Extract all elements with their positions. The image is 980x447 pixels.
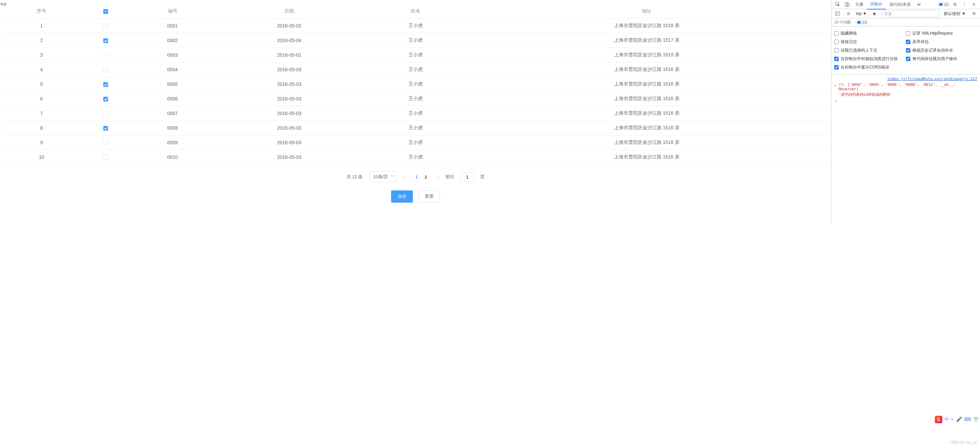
data-table: 序号 编号 日期 姓名 地址 1 0001 2016-05-02 王小虎 上海市…	[3, 4, 828, 165]
live-expression-icon[interactable]: ◉	[872, 11, 877, 16]
console-output: index.js??clonedRule…=script&lang=js:127…	[832, 74, 980, 224]
cell-address: 上海市普陀区金沙江路 1516 弄	[466, 150, 828, 165]
col-date: 日期	[213, 4, 365, 19]
log-level-select[interactable]: 默认级别 ▼	[942, 10, 968, 17]
expand-icon[interactable]: ▸	[834, 83, 837, 87]
cell-id: 0009	[132, 135, 213, 150]
cell-id: 0010	[132, 150, 213, 165]
filter-input[interactable]: 过滤	[882, 10, 940, 17]
row-checkbox[interactable]	[103, 141, 108, 145]
col-address: 地址	[466, 4, 828, 19]
device-icon[interactable]	[845, 2, 850, 7]
main-content: 书签 序号 编号 日期 姓名 地址 1 0001 2016-05-02 王小虎 …	[0, 0, 831, 224]
context-select[interactable]: top ▼	[854, 11, 868, 16]
console-settings: 隐藏网络 保留日志 仅限已选择的上下文 在控制台中对相似消息进行分组 在控制台中…	[832, 27, 980, 74]
jump-suffix: 页	[480, 174, 485, 180]
cell-date: 2016-05-03	[213, 92, 365, 106]
console-toolbar: ⊘ top ▼ ◉ 过滤 默认级别 ▼ ⚙	[832, 9, 980, 18]
cell-index: 7	[3, 106, 80, 121]
table-row: 4 0004 2016-05-03 王小虎 上海市普陀区金沙江路 1516 弄	[3, 62, 828, 77]
table-row: 3 0003 2016-05-01 王小虎 上海市普陀区金沙江路 1519 弄	[3, 48, 828, 62]
setting-selected-context[interactable]: 仅限已选择的上下文	[834, 46, 906, 55]
next-page-button[interactable]: ›	[434, 173, 442, 181]
cell-name: 王小虎	[365, 19, 466, 33]
row-checkbox[interactable]	[103, 53, 108, 58]
prev-page-button[interactable]: ‹	[401, 173, 408, 181]
cell-address: 上海市普陀区金沙江路 1516 弄	[466, 62, 828, 77]
row-checkbox[interactable]	[103, 111, 108, 116]
row-checkbox[interactable]	[103, 126, 108, 131]
setting-hide-network[interactable]: 隐藏网络	[834, 29, 906, 38]
issues-label: 13 个问题:	[834, 20, 851, 25]
jump-prefix: 前往	[445, 174, 454, 180]
cell-id: 0002	[132, 33, 213, 48]
cell-address: 上海市普陀区金沙江路 1519 弄	[466, 48, 828, 62]
cell-index: 2	[3, 33, 80, 48]
source-file-link[interactable]: index.js??clonedRule…=script&lang=js:127	[887, 77, 977, 81]
table-row: 6 0006 2016-05-03 王小虎 上海市普陀区金沙江路 1516 弄	[3, 92, 828, 106]
cell-index: 10	[3, 150, 80, 165]
clear-console-icon[interactable]: ⊘	[846, 11, 851, 16]
cell-date: 2016-05-03	[213, 106, 365, 121]
kebab-icon[interactable]: ⋮	[962, 2, 967, 7]
row-checkbox[interactable]	[103, 68, 108, 72]
cell-date: 2016-05-01	[213, 48, 365, 62]
cell-id: 0008	[132, 121, 213, 135]
console-prompt[interactable]: ›	[832, 97, 980, 105]
select-all-checkbox[interactable]	[103, 9, 108, 14]
devtools-panel: 元素 控制台 源代码/来源 ≫ 13 ⚙ ⋮ ✕ ⊘ top ▼ ◉ 过滤 默认…	[831, 0, 980, 224]
cell-address: 上海市普陀区金沙江路 1517 弄	[466, 33, 828, 48]
setting-log-xhr[interactable]: 记录 XMLHttpRequest	[906, 29, 978, 38]
row-checkbox[interactable]	[103, 155, 108, 160]
page-size-select[interactable]: 10条/页	[369, 171, 396, 182]
page-number[interactable]: 2	[421, 173, 430, 181]
cell-name: 王小虎	[365, 150, 466, 165]
cell-address: 上海市普陀区金沙江路 1516 弄	[466, 121, 828, 135]
tab-elements[interactable]: 元素	[852, 0, 867, 9]
row-checkbox[interactable]	[103, 97, 108, 101]
source-link: index.js??clonedRule…=script&lang=js:127	[832, 76, 980, 82]
row-checkbox[interactable]	[103, 82, 108, 87]
cell-address: 上海市普陀区金沙江路 1516 弄	[466, 135, 828, 150]
table-row: 2 0002 2016-05-04 王小虎 上海市普陀区金沙江路 1517 弄	[3, 33, 828, 48]
cell-address: 上海市普陀区金沙江路 1516 弄	[466, 92, 828, 106]
cell-name: 王小虎	[365, 92, 466, 106]
cell-date: 2016-05-03	[213, 121, 365, 135]
close-icon[interactable]: ✕	[971, 2, 977, 7]
reset-button[interactable]: 重置	[418, 190, 440, 203]
console-settings-icon[interactable]: ⚙	[971, 11, 977, 16]
inspect-icon[interactable]	[835, 2, 840, 7]
setting-eager-eval[interactable]: 及早评估	[906, 38, 978, 46]
cell-name: 王小虎	[365, 106, 466, 121]
cell-address: 上海市普陀区金沙江路 1518 弄	[466, 19, 828, 33]
sidebar-toggle-icon[interactable]	[835, 11, 840, 16]
cell-address: 上海市普陀区金沙江路 1516 弄	[466, 106, 828, 121]
page-number[interactable]: 1	[412, 173, 421, 181]
setting-show-cors[interactable]: 在控制台中显示CORS错误	[834, 63, 906, 71]
more-tabs-icon[interactable]: ≫	[916, 2, 921, 7]
col-index: 序号	[3, 4, 80, 19]
cell-id: 0001	[132, 19, 213, 33]
cell-index: 1	[3, 19, 80, 33]
settings-icon[interactable]: ⚙	[952, 2, 958, 7]
cell-id: 0003	[132, 48, 213, 62]
array-length: (5)	[838, 82, 848, 87]
issues-badge[interactable]: 13	[937, 2, 950, 7]
tab-sources[interactable]: 源代码/来源	[886, 0, 914, 9]
setting-preserve-log[interactable]: 保留日志	[834, 38, 906, 46]
setting-autocomplete[interactable]: 根据历史记录自动补全	[906, 46, 978, 55]
cell-name: 王小虎	[365, 48, 466, 62]
tab-console[interactable]: 控制台	[867, 0, 886, 10]
row-checkbox[interactable]	[103, 24, 108, 29]
table-row: 1 0001 2016-05-02 王小虎 上海市普陀区金沙江路 1518 弄	[3, 19, 828, 33]
cell-name: 王小虎	[365, 33, 466, 48]
issues-count-badge[interactable]: 13	[855, 20, 868, 25]
cell-date: 2016-05-03	[213, 62, 365, 77]
svg-rect-1	[845, 2, 848, 6]
row-checkbox[interactable]	[103, 38, 108, 43]
setting-group-similar[interactable]: 在控制台中对相似消息进行分组	[834, 55, 906, 63]
setting-user-activation[interactable]: 将代码评估视为用户操作	[906, 55, 978, 63]
jump-page-input[interactable]	[460, 173, 474, 182]
pagination: 共 12 条 10条/页 ‹ 12 › 前往 页	[3, 171, 828, 182]
save-button[interactable]: 保存	[391, 190, 413, 203]
